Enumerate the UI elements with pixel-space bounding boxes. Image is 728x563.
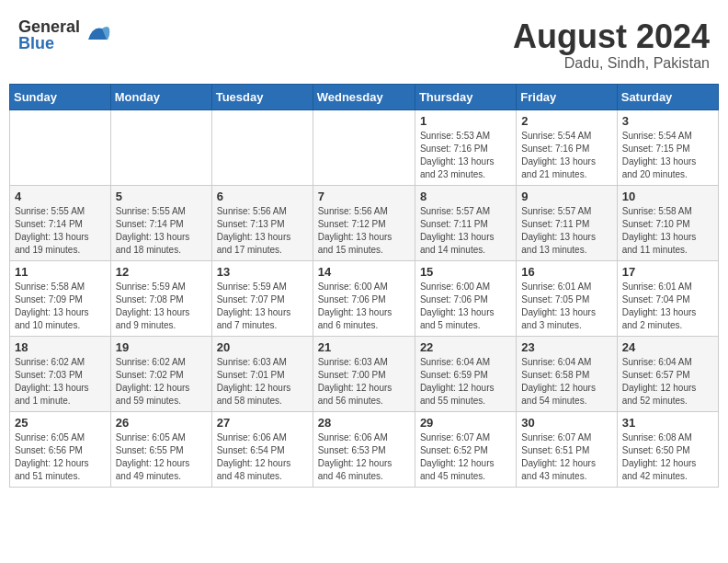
day-number: 21 xyxy=(318,340,410,354)
day-number: 2 xyxy=(521,114,611,128)
day-number: 8 xyxy=(420,190,511,203)
day-number: 25 xyxy=(15,416,106,430)
day-number: 30 xyxy=(521,416,611,430)
calendar-day-16: 16Sunrise: 6:01 AM Sunset: 7:05 PM Dayli… xyxy=(517,260,617,336)
day-info: Sunrise: 5:58 AM Sunset: 7:10 PM Dayligh… xyxy=(622,205,713,257)
calendar-header-row: SundayMondayTuesdayWednesdayThursdayFrid… xyxy=(10,84,719,109)
calendar-day-25: 25Sunrise: 6:05 AM Sunset: 6:56 PM Dayli… xyxy=(10,411,111,487)
calendar-day-24: 24Sunrise: 6:04 AM Sunset: 6:57 PM Dayli… xyxy=(617,336,718,411)
calendar-day-30: 30Sunrise: 6:07 AM Sunset: 6:51 PM Dayli… xyxy=(517,411,617,487)
day-header-sunday: Sunday xyxy=(10,84,111,109)
day-number: 24 xyxy=(622,340,713,354)
day-number: 29 xyxy=(420,416,511,430)
calendar-empty-cell xyxy=(10,109,111,185)
day-number: 15 xyxy=(420,265,511,279)
day-info: Sunrise: 5:55 AM Sunset: 7:14 PM Dayligh… xyxy=(116,205,207,257)
calendar-week-row: 4Sunrise: 5:55 AM Sunset: 7:14 PM Daylig… xyxy=(10,185,719,260)
calendar-day-3: 3Sunrise: 5:54 AM Sunset: 7:15 PM Daylig… xyxy=(617,109,718,185)
day-info: Sunrise: 6:05 AM Sunset: 6:55 PM Dayligh… xyxy=(116,431,207,483)
calendar-day-8: 8Sunrise: 5:57 AM Sunset: 7:11 PM Daylig… xyxy=(415,185,516,260)
day-info: Sunrise: 6:05 AM Sunset: 6:56 PM Dayligh… xyxy=(15,431,106,483)
calendar-day-7: 7Sunrise: 5:56 AM Sunset: 7:12 PM Daylig… xyxy=(313,185,415,260)
day-info: Sunrise: 6:07 AM Sunset: 6:51 PM Dayligh… xyxy=(521,431,611,483)
day-number: 1 xyxy=(420,114,511,128)
calendar-day-29: 29Sunrise: 6:07 AM Sunset: 6:52 PM Dayli… xyxy=(415,411,516,487)
day-number: 6 xyxy=(217,190,308,203)
calendar-table: SundayMondayTuesdayWednesdayThursdayFrid… xyxy=(9,84,719,488)
day-info: Sunrise: 6:02 AM Sunset: 7:03 PM Dayligh… xyxy=(15,356,106,408)
day-header-monday: Monday xyxy=(110,84,211,109)
day-info: Sunrise: 5:55 AM Sunset: 7:14 PM Dayligh… xyxy=(15,205,106,257)
day-number: 7 xyxy=(318,190,410,203)
calendar-day-2: 2Sunrise: 5:54 AM Sunset: 7:16 PM Daylig… xyxy=(517,109,617,185)
day-info: Sunrise: 6:06 AM Sunset: 6:54 PM Dayligh… xyxy=(217,431,308,483)
day-number: 10 xyxy=(622,190,713,203)
day-info: Sunrise: 6:02 AM Sunset: 7:02 PM Dayligh… xyxy=(116,356,207,408)
calendar-day-12: 12Sunrise: 5:59 AM Sunset: 7:08 PM Dayli… xyxy=(110,260,211,336)
logo-icon xyxy=(84,21,111,49)
day-header-wednesday: Wednesday xyxy=(313,84,415,109)
day-number: 12 xyxy=(116,265,207,279)
header: General Blue August 2024 Dadu, Sindh, Pa… xyxy=(9,9,719,76)
day-header-thursday: Thursday xyxy=(415,84,516,109)
day-number: 13 xyxy=(217,265,308,279)
day-info: Sunrise: 6:06 AM Sunset: 6:53 PM Dayligh… xyxy=(318,431,410,483)
day-number: 9 xyxy=(521,190,611,203)
calendar-day-20: 20Sunrise: 6:03 AM Sunset: 7:01 PM Dayli… xyxy=(211,336,313,411)
calendar-day-13: 13Sunrise: 5:59 AM Sunset: 7:07 PM Dayli… xyxy=(211,260,313,336)
calendar-week-row: 25Sunrise: 6:05 AM Sunset: 6:56 PM Dayli… xyxy=(10,411,719,487)
day-info: Sunrise: 6:00 AM Sunset: 7:06 PM Dayligh… xyxy=(420,281,511,332)
day-info: Sunrise: 6:07 AM Sunset: 6:52 PM Dayligh… xyxy=(420,431,511,483)
day-info: Sunrise: 5:57 AM Sunset: 7:11 PM Dayligh… xyxy=(521,205,611,257)
calendar-day-10: 10Sunrise: 5:58 AM Sunset: 7:10 PM Dayli… xyxy=(617,185,718,260)
day-info: Sunrise: 6:03 AM Sunset: 7:00 PM Dayligh… xyxy=(318,356,410,408)
calendar-day-18: 18Sunrise: 6:02 AM Sunset: 7:03 PM Dayli… xyxy=(10,336,111,411)
calendar-week-row: 18Sunrise: 6:02 AM Sunset: 7:03 PM Dayli… xyxy=(10,336,719,411)
day-info: Sunrise: 6:00 AM Sunset: 7:06 PM Dayligh… xyxy=(318,281,410,332)
calendar-day-26: 26Sunrise: 6:05 AM Sunset: 6:55 PM Dayli… xyxy=(110,411,211,487)
day-info: Sunrise: 6:01 AM Sunset: 7:05 PM Dayligh… xyxy=(521,281,611,332)
calendar-day-11: 11Sunrise: 5:58 AM Sunset: 7:09 PM Dayli… xyxy=(10,260,111,336)
title-block: August 2024 Dadu, Sindh, Pakistan xyxy=(513,18,710,72)
day-number: 19 xyxy=(116,340,207,354)
location-title: Dadu, Sindh, Pakistan xyxy=(513,55,710,72)
calendar-day-14: 14Sunrise: 6:00 AM Sunset: 7:06 PM Dayli… xyxy=(313,260,415,336)
calendar-day-5: 5Sunrise: 5:55 AM Sunset: 7:14 PM Daylig… xyxy=(110,185,211,260)
day-info: Sunrise: 6:04 AM Sunset: 6:57 PM Dayligh… xyxy=(622,356,713,408)
day-info: Sunrise: 5:54 AM Sunset: 7:16 PM Dayligh… xyxy=(521,130,611,181)
day-header-tuesday: Tuesday xyxy=(211,84,313,109)
day-info: Sunrise: 5:56 AM Sunset: 7:13 PM Dayligh… xyxy=(217,205,308,257)
calendar-empty-cell xyxy=(110,109,211,185)
calendar-day-21: 21Sunrise: 6:03 AM Sunset: 7:00 PM Dayli… xyxy=(313,336,415,411)
day-info: Sunrise: 6:08 AM Sunset: 6:50 PM Dayligh… xyxy=(622,431,713,483)
day-number: 27 xyxy=(217,416,308,430)
calendar-day-15: 15Sunrise: 6:00 AM Sunset: 7:06 PM Dayli… xyxy=(415,260,516,336)
calendar-day-31: 31Sunrise: 6:08 AM Sunset: 6:50 PM Dayli… xyxy=(617,411,718,487)
calendar-day-6: 6Sunrise: 5:56 AM Sunset: 7:13 PM Daylig… xyxy=(211,185,313,260)
calendar-day-28: 28Sunrise: 6:06 AM Sunset: 6:53 PM Dayli… xyxy=(313,411,415,487)
calendar-week-row: 11Sunrise: 5:58 AM Sunset: 7:09 PM Dayli… xyxy=(10,260,719,336)
day-number: 31 xyxy=(622,416,713,430)
day-info: Sunrise: 5:59 AM Sunset: 7:08 PM Dayligh… xyxy=(116,281,207,332)
calendar-day-4: 4Sunrise: 5:55 AM Sunset: 7:14 PM Daylig… xyxy=(10,185,111,260)
logo: General Blue xyxy=(18,18,111,52)
day-info: Sunrise: 5:57 AM Sunset: 7:11 PM Dayligh… xyxy=(420,205,511,257)
day-number: 16 xyxy=(521,265,611,279)
calendar-day-27: 27Sunrise: 6:06 AM Sunset: 6:54 PM Dayli… xyxy=(211,411,313,487)
day-info: Sunrise: 6:01 AM Sunset: 7:04 PM Dayligh… xyxy=(622,281,713,332)
day-number: 22 xyxy=(420,340,511,354)
day-number: 4 xyxy=(15,190,106,203)
day-number: 5 xyxy=(116,190,207,203)
day-number: 17 xyxy=(622,265,713,279)
calendar-day-9: 9Sunrise: 5:57 AM Sunset: 7:11 PM Daylig… xyxy=(517,185,617,260)
day-number: 28 xyxy=(318,416,410,430)
day-number: 26 xyxy=(116,416,207,430)
day-number: 20 xyxy=(217,340,308,354)
day-number: 14 xyxy=(318,265,410,279)
day-info: Sunrise: 5:59 AM Sunset: 7:07 PM Dayligh… xyxy=(217,281,308,332)
logo-blue-text: Blue xyxy=(18,35,80,52)
day-number: 18 xyxy=(15,340,106,354)
calendar-day-22: 22Sunrise: 6:04 AM Sunset: 6:59 PM Dayli… xyxy=(415,336,516,411)
day-header-friday: Friday xyxy=(517,84,617,109)
day-number: 11 xyxy=(15,265,106,279)
